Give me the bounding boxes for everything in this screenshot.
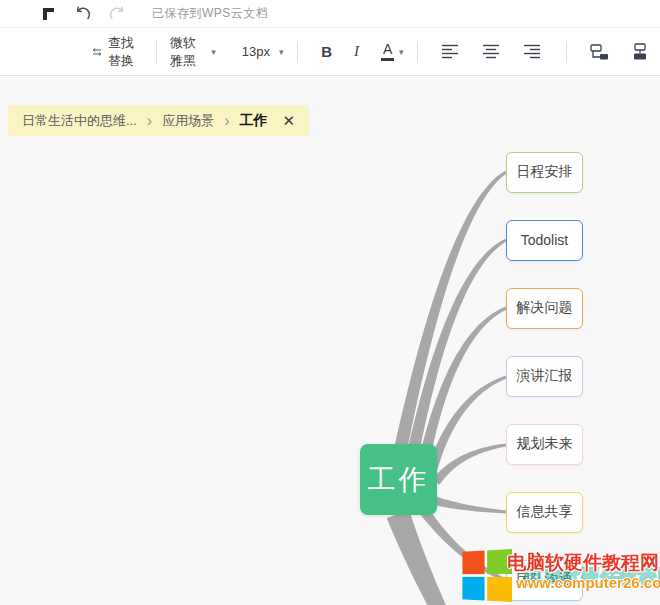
toolbar-divider xyxy=(417,41,418,63)
chevron-right-icon: › xyxy=(147,112,152,130)
font-color-button[interactable]: A xyxy=(381,42,394,61)
chevron-down-icon: ▾ xyxy=(211,47,216,57)
mindmap-node[interactable]: Todolist xyxy=(506,220,583,261)
mindmap-canvas[interactable]: 日常生活中的思维... › 应用场景 › 工作 ✕ 工作 日程安排Todolis… xyxy=(0,77,660,605)
top-bar: 已保存到WPS云文档 xyxy=(0,0,660,28)
swap-arrows-icon xyxy=(92,46,102,58)
chevron-down-icon: ▾ xyxy=(279,47,284,57)
find-replace-label: 查找替换 xyxy=(108,34,143,70)
font-color-label: A xyxy=(383,42,392,56)
mindmap-node[interactable]: 解决问题 xyxy=(506,288,583,329)
mindmap-node[interactable]: 团队沟通 xyxy=(506,560,583,601)
align-right-button[interactable] xyxy=(524,44,541,59)
mindmap-root-node[interactable]: 工作 xyxy=(360,444,437,515)
format-painter-icon[interactable] xyxy=(40,5,56,22)
breadcrumb-item-current[interactable]: 工作 xyxy=(240,112,268,130)
redo-icon[interactable] xyxy=(109,6,126,22)
font-family-select[interactable]: 微软雅黑 ▾ xyxy=(170,34,216,70)
bold-button[interactable]: B xyxy=(321,43,332,60)
mindmap-node[interactable]: 演讲汇报 xyxy=(506,356,583,397)
undo-icon[interactable] xyxy=(74,6,91,22)
chevron-down-icon[interactable]: ▾ xyxy=(399,47,404,57)
italic-button[interactable]: I xyxy=(354,43,359,60)
toolbar-divider xyxy=(566,41,567,63)
find-replace-button[interactable]: 查找替换 xyxy=(92,34,143,70)
chevron-right-icon: › xyxy=(224,112,229,130)
logo-square xyxy=(462,551,484,575)
wps-mindmap-window: 已保存到WPS云文档 查找替换 微软雅黑 ▾ 13px ▾ B I A ▾ xyxy=(0,0,660,605)
breadcrumb-item-root[interactable]: 日常生活中的思维... xyxy=(22,112,137,130)
logo-square xyxy=(462,577,484,601)
breadcrumb: 日常生活中的思维... › 应用场景 › 工作 ✕ xyxy=(8,105,309,136)
toolbar-divider xyxy=(297,41,298,63)
format-toolbar: 查找替换 微软雅黑 ▾ 13px ▾ B I A ▾ xyxy=(0,28,660,76)
font-size-value: 13px xyxy=(242,44,270,59)
insert-child-node-button[interactable] xyxy=(590,43,610,61)
breadcrumb-item-scenes[interactable]: 应用场景 xyxy=(162,112,214,130)
font-size-select[interactable]: 13px ▾ xyxy=(242,44,284,59)
mindmap-node[interactable]: 日程安排 xyxy=(506,152,583,193)
save-status-text: 已保存到WPS云文档 xyxy=(152,5,268,22)
font-family-value: 微软雅黑 xyxy=(170,34,202,70)
font-color-swatch xyxy=(381,58,394,61)
toolbar-divider xyxy=(156,41,157,63)
align-left-button[interactable] xyxy=(442,44,459,59)
close-icon[interactable]: ✕ xyxy=(283,112,296,130)
mindmap-node[interactable]: 规划未来 xyxy=(506,424,583,465)
mindmap-node[interactable]: 信息共享 xyxy=(506,492,583,533)
insert-sibling-node-button[interactable] xyxy=(630,43,650,61)
windows-logo-icon xyxy=(462,549,512,603)
align-center-button[interactable] xyxy=(483,44,500,59)
